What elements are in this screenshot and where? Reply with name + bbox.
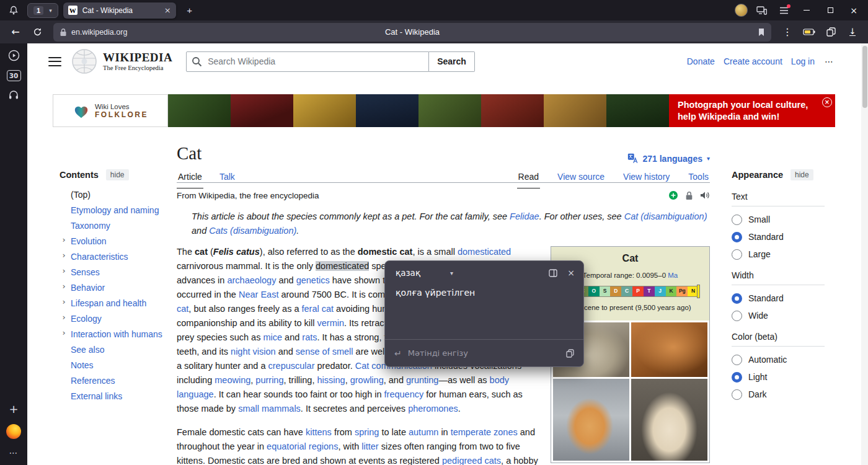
wiki-link[interactable]: temperate zones <box>451 427 518 437</box>
radio-color-beta-light[interactable]: Light <box>732 368 825 386</box>
chevron-expand-icon[interactable]: › <box>60 266 68 275</box>
toc-link[interactable]: See also <box>71 345 104 355</box>
bookmark-icon[interactable] <box>758 28 765 37</box>
toc-link[interactable]: Lifespan and health <box>71 298 146 308</box>
appearance-hide-button[interactable]: hide <box>790 169 813 180</box>
wiki-link[interactable]: purring <box>255 375 283 385</box>
toc-item-etymology-and-naming[interactable]: Etymology and naming <box>60 202 165 218</box>
tab-group-button[interactable]: 1 ▾ <box>27 3 58 18</box>
wikipedia-logo[interactable]: WIKIPEDIA The Free Encyclopedia <box>71 48 172 74</box>
wiki-link[interactable]: hissing <box>317 375 345 385</box>
wiki-link[interactable]: mice <box>263 332 282 342</box>
radio-selected-icon[interactable] <box>732 372 742 383</box>
wiki-link[interactable]: pedigreed cats <box>442 456 501 465</box>
browser-tab[interactable]: W Cat - Wikipedia × <box>63 2 176 19</box>
wiki-link[interactable]: domesticated <box>458 247 511 257</box>
scrollbar-thumb[interactable] <box>862 46 867 108</box>
tabs-copy-icon[interactable] <box>822 24 840 41</box>
chevron-expand-icon[interactable]: › <box>60 250 68 260</box>
wiki-link[interactable]: small mammals <box>238 404 301 414</box>
wiki-link[interactable]: litter <box>361 441 378 451</box>
page-actions-icon[interactable]: ⋮ <box>778 24 797 41</box>
wiki-link[interactable]: meowing <box>215 375 250 385</box>
battery-icon[interactable] <box>800 24 818 41</box>
toc-link[interactable]: Senses <box>71 267 100 277</box>
toc-link[interactable]: Characteristics <box>71 252 128 262</box>
header-more-icon[interactable]: ⋯ <box>825 56 833 66</box>
tab-talk[interactable]: Talk <box>218 168 236 188</box>
wiki-link[interactable]: frequency <box>384 389 424 399</box>
wiki-link[interactable]: rats <box>302 332 317 342</box>
wiki-link[interactable]: Felidae <box>510 211 539 221</box>
radio-icon[interactable] <box>732 355 742 365</box>
headset-icon[interactable] <box>8 90 19 100</box>
rail-more-icon[interactable]: ⋯ <box>9 448 19 458</box>
radio-text-standard[interactable]: Standard <box>732 228 825 246</box>
wiki-link[interactable]: sense of smell <box>296 347 353 356</box>
wiki-link[interactable]: pheromones <box>408 404 458 414</box>
toc-item-behavior[interactable]: ›Behavior <box>60 280 165 295</box>
urlbar[interactable]: en.wikipedia.org Cat - Wikipedia <box>53 23 771 42</box>
header-link-create-account[interactable]: Create account <box>724 56 782 66</box>
firefox-logo-icon[interactable] <box>6 424 21 439</box>
toc-link[interactable]: Taxonomy <box>71 221 110 231</box>
toc-link[interactable]: References <box>71 376 115 386</box>
translate-input-row[interactable]: ↵ Мәтінді енгізу <box>385 339 583 366</box>
wiki-link[interactable]: Near East <box>239 290 278 299</box>
wiki-link[interactable]: grunting <box>406 375 438 385</box>
chevron-expand-icon[interactable]: › <box>60 297 68 306</box>
search-input[interactable] <box>186 51 429 72</box>
alerts-bell-icon[interactable] <box>5 2 22 19</box>
reload-button[interactable] <box>28 24 46 41</box>
toc-link[interactable]: Evolution <box>71 236 107 246</box>
campaign-banner[interactable]: Wiki Loves FOLKLORE Photograph your loca… <box>53 94 835 127</box>
devices-sync-icon[interactable] <box>753 2 770 19</box>
chevron-expand-icon[interactable]: › <box>60 328 68 337</box>
wiki-link[interactable]: equatorial regions <box>267 441 338 451</box>
toc-item-notes[interactable]: Notes <box>60 357 165 373</box>
toc-link[interactable]: (Top) <box>71 190 91 200</box>
radio-width-wide[interactable]: Wide <box>732 307 825 324</box>
tab-view-source[interactable]: View source <box>556 168 606 188</box>
profile-avatar[interactable] <box>735 4 748 17</box>
toc-item-external-links[interactable]: External links <box>60 388 165 404</box>
languages-button[interactable]: 271 languages ▾ <box>627 153 710 164</box>
ma-link[interactable]: Ma <box>668 272 678 279</box>
toc-link[interactable]: Etymology and naming <box>71 205 159 215</box>
media-circle-icon[interactable] <box>8 50 20 61</box>
toc-item-top[interactable]: (Top) <box>60 187 165 202</box>
back-button[interactable]: ← <box>6 24 25 41</box>
main-menu-icon[interactable] <box>48 57 61 66</box>
header-link-log-in[interactable]: Log in <box>791 56 815 66</box>
toc-item-characteristics[interactable]: ›Characteristics <box>60 249 165 264</box>
close-window-button[interactable]: × <box>844 2 863 19</box>
chevron-expand-icon[interactable]: › <box>60 312 68 322</box>
radio-color-beta-automatic[interactable]: Automatic <box>732 351 825 368</box>
tab-close-icon[interactable]: × <box>164 6 171 15</box>
wiki-link[interactable]: vermin <box>317 318 344 328</box>
wiki-link[interactable]: night vision <box>231 347 276 356</box>
rail-new-icon[interactable]: + <box>9 402 18 415</box>
radio-icon[interactable] <box>732 311 742 321</box>
wiki-link[interactable]: genetics <box>296 275 330 285</box>
wiki-link[interactable]: growling <box>350 375 384 385</box>
toc-item-taxonomy[interactable]: Taxonomy <box>60 218 165 233</box>
header-link-donate[interactable]: Donate <box>687 56 715 66</box>
radio-color-beta-dark[interactable]: Dark <box>732 386 825 403</box>
radio-icon[interactable] <box>732 215 742 225</box>
toc-link[interactable]: Ecology <box>71 314 102 324</box>
radio-width-standard[interactable]: Standard <box>732 290 825 307</box>
toc-item-references[interactable]: References <box>60 373 165 388</box>
tab-article[interactable]: Article <box>177 168 203 188</box>
tab-tools[interactable]: Tools <box>687 168 710 188</box>
toc-item-lifespan-and-health[interactable]: ›Lifespan and health <box>60 295 165 311</box>
minimize-button[interactable] <box>797 2 816 19</box>
radio-selected-icon[interactable] <box>732 232 742 242</box>
toc-link[interactable]: Interaction with humans <box>71 329 162 339</box>
language-selector[interactable]: қазақ ▾ <box>396 268 453 278</box>
wiki-link[interactable]: Cats (disambiguation) <box>209 226 296 236</box>
radio-selected-icon[interactable] <box>732 293 742 304</box>
radio-icon[interactable] <box>732 249 742 260</box>
wiki-link[interactable]: kittens <box>306 427 332 437</box>
toc-link[interactable]: External links <box>71 391 122 401</box>
